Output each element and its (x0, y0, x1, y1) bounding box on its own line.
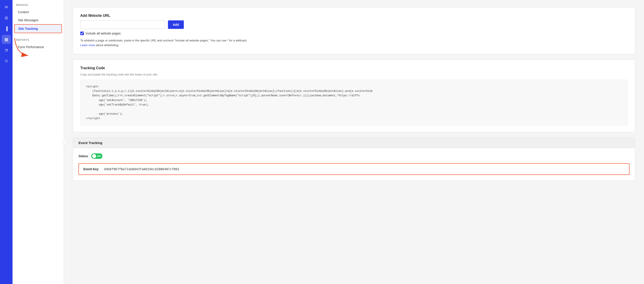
event-key-label: Event Key (84, 167, 98, 171)
manage-section-label: MANAGE (12, 4, 64, 8)
tracking-code-block[interactable]: <script> (function(e,t,o,n,p,r,i){e.visi… (80, 80, 628, 126)
event-key-value: d4b8f967f0a71eb8d43fa0d19ecd2806407cf801 (104, 167, 179, 171)
status-row: Status ON (78, 154, 630, 159)
add-website-url-section: Add Website URL Add Include all website … (73, 7, 635, 54)
chart-bar-nav-icon[interactable]: ▐ (2, 24, 11, 33)
sidebar-item-site-messages[interactable]: Site Messages (14, 16, 62, 24)
event-key-box: Event Key d4b8f967f0a71eb8d43fa0d19ecd28… (78, 163, 630, 175)
learn-more-link[interactable]: Learn more (80, 43, 95, 47)
email-nav-icon[interactable]: ✉ (2, 3, 11, 12)
toggle-on-label: ON (97, 155, 101, 158)
sidebar-collapse-button[interactable]: ‹ (62, 139, 66, 145)
sidebar-item-form-performance[interactable]: Form Performance (14, 43, 62, 51)
toggle-knob (92, 154, 96, 158)
icon-bar: ✉ ⊞ ▐ ▦ ◔ ⊙ (0, 0, 12, 284)
include-all-pages-checkbox[interactable] (80, 32, 84, 35)
status-label: Status (78, 154, 88, 158)
sidebar-item-content[interactable]: Content (14, 8, 62, 16)
main-content: Add Website URL Add Include all website … (64, 0, 644, 284)
status-toggle[interactable]: ON (91, 154, 103, 159)
grid-nav-icon[interactable]: ▦ (2, 35, 11, 44)
whitelist-suffix-text: about whitelisting. (96, 43, 119, 47)
network-nav-icon[interactable]: ⊞ (2, 14, 11, 22)
event-tracking-body: Status ON Event Key d4b8f967f0a71eb8d43f… (73, 148, 635, 180)
whitelist-info: To whitelist a page or subdomain, paste … (80, 38, 628, 48)
event-tracking-section: Event Tracking Status ON Event Key d4b8f… (73, 137, 635, 181)
add-url-button[interactable]: Add (168, 20, 184, 29)
tracking-code-subtitle: Copy and paste the tracking code into th… (80, 73, 628, 76)
include-all-pages-row: Include all website pages (80, 32, 628, 35)
reports-section-label: REPORTS (12, 39, 64, 43)
whitelist-info-text: To whitelist a page or subdomain, paste … (80, 39, 247, 42)
tracking-code-title: Tracking Code (80, 66, 628, 70)
url-input[interactable] (80, 20, 165, 29)
sidebar-item-site-tracking[interactable]: Site Tracking (14, 24, 62, 33)
include-all-pages-label: Include all website pages (86, 32, 120, 35)
sidebar: MANAGE Content Site Messages Site Tracki… (12, 0, 64, 284)
pie-chart-nav-icon[interactable]: ◔ (2, 46, 11, 55)
event-tracking-header: Event Tracking (73, 138, 635, 148)
upload-nav-icon[interactable]: ⊙ (2, 56, 11, 65)
tracking-code-section: Tracking Code Copy and paste the trackin… (73, 60, 635, 132)
add-url-title: Add Website URL (80, 14, 628, 18)
url-input-row: Add (80, 20, 628, 29)
